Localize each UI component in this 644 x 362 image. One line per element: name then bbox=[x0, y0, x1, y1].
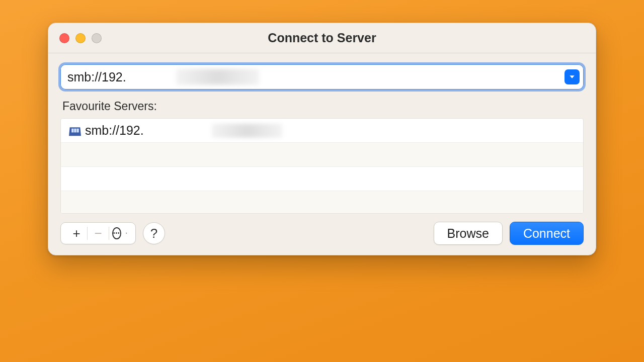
list-item[interactable] bbox=[61, 167, 583, 191]
traffic-lights bbox=[59, 33, 102, 43]
connect-to-server-window: Connect to Server Favourite Servers: smb… bbox=[48, 23, 596, 255]
favourite-server-label: smb://192. bbox=[85, 123, 144, 138]
network-server-icon bbox=[68, 125, 82, 137]
svg-rect-0 bbox=[71, 128, 73, 132]
list-item[interactable] bbox=[61, 143, 583, 167]
remove-favourite-button[interactable]: − bbox=[88, 222, 109, 244]
favourite-servers-list[interactable]: smb://192. bbox=[60, 118, 584, 214]
redacted-address-segment bbox=[176, 69, 259, 85]
redacted-favourite-segment bbox=[212, 124, 282, 138]
chevron-down-icon bbox=[568, 73, 576, 81]
favourite-server-row[interactable]: smb://192. bbox=[61, 119, 583, 143]
footer-toolbar: + − ? Browse Connect bbox=[60, 222, 584, 245]
zoom-window-button[interactable] bbox=[92, 33, 102, 43]
help-button[interactable]: ? bbox=[143, 222, 165, 244]
help-icon: ? bbox=[150, 226, 157, 241]
close-window-button[interactable] bbox=[59, 33, 69, 43]
chevron-down-icon bbox=[125, 230, 127, 237]
svg-rect-1 bbox=[74, 128, 76, 132]
list-actions-group: + − bbox=[60, 222, 136, 244]
plus-icon: + bbox=[72, 226, 80, 241]
titlebar: Connect to Server bbox=[48, 23, 596, 53]
connect-button[interactable]: Connect bbox=[510, 222, 584, 245]
svg-rect-2 bbox=[76, 128, 78, 132]
browse-button[interactable]: Browse bbox=[434, 222, 503, 245]
server-address-field-wrap bbox=[60, 64, 584, 89]
recent-servers-dropdown-button[interactable] bbox=[565, 69, 580, 84]
window-content: Favourite Servers: smb://192. + bbox=[48, 53, 596, 255]
server-address-input[interactable] bbox=[67, 70, 556, 84]
ellipsis-circle-icon bbox=[112, 227, 121, 239]
favourite-servers-label: Favourite Servers: bbox=[62, 100, 582, 113]
minus-icon: − bbox=[94, 226, 102, 241]
list-item[interactable] bbox=[61, 191, 583, 214]
window-title: Connect to Server bbox=[48, 31, 596, 45]
add-favourite-button[interactable]: + bbox=[66, 222, 87, 244]
more-actions-button[interactable] bbox=[109, 222, 130, 244]
minimize-window-button[interactable] bbox=[75, 33, 86, 43]
